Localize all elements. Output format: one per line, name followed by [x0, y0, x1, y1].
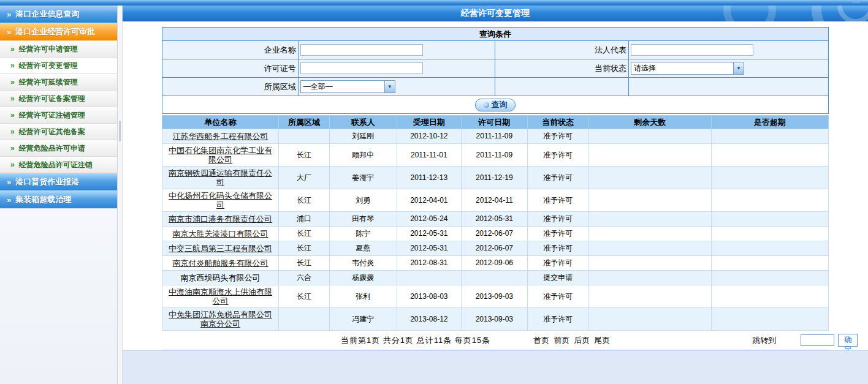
- top-bar: ⋯: [0, 0, 868, 6]
- sidebar-item-6[interactable]: »经营许可证备案管理: [0, 91, 117, 107]
- sidebar-item-9[interactable]: »经营危险品许可申请: [0, 140, 117, 157]
- pagination-link[interactable]: 尾页: [594, 336, 610, 345]
- company-name-cell: 中化扬州石化码头仓储有限公司: [162, 189, 279, 212]
- company-link[interactable]: 南京钢铁四通运输有限责任公司: [169, 168, 272, 187]
- sidebar-splitter[interactable]: [118, 6, 123, 384]
- contact-cell: 夏燕: [329, 241, 397, 256]
- footer-area: [123, 350, 868, 384]
- pagination-link[interactable]: 后页: [574, 336, 590, 345]
- sidebar-item-label: 经营许可延续管理: [19, 77, 78, 88]
- contact-cell: 韦付炎: [329, 256, 397, 271]
- overdue-cell: [711, 167, 828, 189]
- accept-date-cell: 2012-08-31: [397, 256, 461, 271]
- sidebar-item-1[interactable]: »港口企业信息查询: [0, 6, 117, 23]
- company-link[interactable]: 南京付炎船舶服务有限公司: [173, 258, 268, 268]
- page-title-bar: 经营许可变更管理: [123, 6, 868, 21]
- sidebar-item-label: 经营许可证注销管理: [19, 110, 85, 121]
- region-select-value: —全部—: [301, 81, 333, 92]
- table-row: 南京付炎船舶服务有限公司长江韦付炎2012-08-312012-09-06准予许…: [162, 256, 829, 271]
- company-link[interactable]: 中交三航局第三工程有限公司: [169, 244, 272, 253]
- legal-rep-input[interactable]: [631, 44, 753, 56]
- sidebar-item-label: 经营许可证备案管理: [19, 94, 85, 104]
- search-button[interactable]: 查询: [475, 99, 516, 111]
- company-link[interactable]: 中化扬州石化码头仓储有限公司: [169, 191, 272, 209]
- overdue-cell: [711, 285, 828, 308]
- license-no-input[interactable]: [300, 62, 423, 74]
- chevron-icon: »: [10, 45, 15, 53]
- results-table: 单位名称所属区域联系人受理日期许可日期当前状态剩余天数是否超期 江苏华西船务工程…: [162, 115, 829, 331]
- company-name-cell: [298, 41, 495, 59]
- sidebar-item-4[interactable]: »经营许可变更管理: [0, 58, 117, 74]
- sidebar-item-11[interactable]: »港口普货作业报港: [0, 173, 117, 191]
- splitter-grip-icon: [119, 121, 121, 141]
- company-name-cell: 南京钢铁四通运输有限责任公司: [162, 167, 279, 189]
- company-link[interactable]: 南京市浦口港务有限责任公司: [169, 214, 272, 224]
- company-name-cell: 中交三航局第三工程有限公司: [162, 241, 279, 256]
- company-link[interactable]: 南京大胜关港港口有限公司: [173, 229, 268, 238]
- company-link[interactable]: 江苏华西船务工程有限公司: [173, 132, 268, 141]
- table-row: 江苏华西船务工程有限公司刘廷刚2012-10-122011-11-09准予许可: [162, 129, 829, 144]
- license-date-cell: 2013-09-03: [462, 308, 528, 331]
- chevron-icon: »: [10, 127, 15, 136]
- current-status-value: 请选择: [631, 63, 656, 73]
- table-row: 中化扬州石化码头仓储有限公司长江刘勇2012-04-012012-04-11准予…: [162, 189, 829, 212]
- sidebar-item-10[interactable]: »经营危险品许可证注销: [0, 157, 117, 173]
- sidebar-item-2[interactable]: »港口企业经营许可审批: [0, 23, 117, 41]
- chevron-icon: »: [10, 111, 15, 119]
- company-name-cell: 中国石化集团南京化学工业有限公司: [162, 144, 279, 167]
- accept-date-cell: 2013-08-12: [397, 308, 461, 331]
- company-name-cell: 江苏华西船务工程有限公司: [162, 129, 279, 144]
- company-name-input[interactable]: [300, 44, 423, 56]
- company-name-cell: 南京市浦口港务有限责任公司: [162, 212, 279, 227]
- company-link[interactable]: 中国石化集团南京化学工业有限公司: [169, 146, 272, 164]
- region-label: 所属区域: [162, 78, 299, 96]
- region-cell: 浦口: [279, 212, 330, 227]
- sidebar-item-8[interactable]: »经营许可证其他备案: [0, 124, 117, 140]
- sidebar-item-12[interactable]: »集装箱超载治理: [0, 191, 117, 209]
- pagination-link[interactable]: 前页: [554, 336, 569, 345]
- table-row: 中交三航局第三工程有限公司长江夏燕2012-05-312012-06-07准予许…: [162, 241, 829, 256]
- overdue-cell: [711, 189, 828, 212]
- sidebar-item-5[interactable]: »经营许可延续管理: [0, 74, 117, 91]
- company-name-cell: 中海油南京顺海水上供油有限公司: [162, 285, 279, 308]
- company-link[interactable]: 中海油南京顺海水上供油有限公司: [169, 287, 272, 306]
- contact-cell: 刘廷刚: [329, 129, 397, 144]
- region-cell: 长江: [279, 144, 330, 167]
- double-chevron-icon: »: [7, 10, 11, 19]
- query-row-1: 企业名称 法人代表: [162, 41, 829, 59]
- status-cell: 准予许可: [527, 241, 588, 256]
- accept-date-cell: 2011-12-13: [397, 167, 461, 189]
- region-cell: —全部— ▼: [298, 78, 495, 96]
- days-left-cell: [588, 167, 711, 189]
- days-left-cell: [588, 227, 711, 241]
- days-left-cell: [588, 212, 711, 227]
- license-date-cell: 2012-04-11: [462, 189, 528, 212]
- license-date-cell: 2012-05-31: [462, 212, 528, 227]
- license-date-cell: 2012-06-07: [462, 227, 528, 241]
- company-link[interactable]: 中免集团江苏免税品有限公司南京分公司: [169, 310, 272, 328]
- status-cell: 准予许可: [527, 167, 588, 189]
- sidebar-item-3[interactable]: »经营许可申请管理: [0, 41, 117, 58]
- overdue-cell: [711, 227, 828, 241]
- pagination-link[interactable]: 首页: [533, 336, 549, 345]
- confirm-button[interactable]: 确定: [838, 334, 858, 347]
- table-row: 中免集团江苏免税品有限公司南京分公司冯建宁2013-08-122013-09-0…: [162, 308, 829, 331]
- overdue-cell: [711, 212, 828, 227]
- days-left-cell: [588, 144, 711, 167]
- region-select[interactable]: —全部— ▼: [300, 80, 395, 93]
- region-cell: 长江: [279, 256, 330, 271]
- table-row: 南京西坝码头有限公司六合杨媛媛提交申请: [162, 271, 829, 285]
- sidebar-item-7[interactable]: »经营许可证注销管理: [0, 107, 117, 124]
- empty-label-cell: [495, 78, 628, 96]
- status-cell: 准予许可: [527, 227, 588, 241]
- chevron-icon: »: [10, 61, 15, 70]
- jump-to-input[interactable]: [801, 334, 834, 346]
- current-status-select[interactable]: 请选择 ▼: [631, 62, 744, 75]
- region-cell: 大厂: [279, 167, 330, 189]
- days-left-cell: [588, 189, 711, 212]
- legal-rep-cell: [628, 41, 828, 59]
- query-title: 查询条件: [162, 28, 829, 41]
- table-row: 南京大胜关港港口有限公司长江陈宁2012-05-312012-06-07准予许可: [162, 227, 829, 241]
- dropdown-arrow-icon: ▼: [384, 81, 395, 92]
- overdue-cell: [711, 308, 828, 331]
